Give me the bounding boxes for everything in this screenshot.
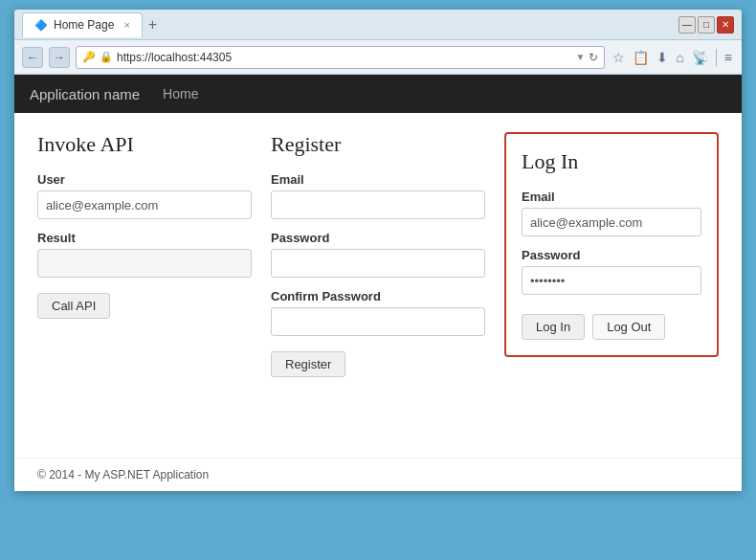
login-section: Log In Email Password Log In Log Out <box>504 132 719 357</box>
browser-tab[interactable]: 🔷 Home Page × <box>22 12 143 37</box>
url-dropdown-icon[interactable]: ▼ <box>575 52 585 62</box>
home-icon[interactable]: ⌂ <box>674 48 685 67</box>
close-button[interactable]: ✕ <box>717 16 734 34</box>
app-navbar: Application name Home <box>14 75 742 113</box>
page-content: Invoke API User Result Call API Register… <box>14 113 742 458</box>
clipboard-icon[interactable]: 📋 <box>631 48 651 67</box>
result-label: Result <box>37 231 252 245</box>
toolbar-separator <box>716 49 717 66</box>
user-label: User <box>37 172 252 187</box>
back-button[interactable]: ← <box>22 47 43 68</box>
login-button[interactable]: Log In <box>522 314 585 340</box>
page-footer: © 2014 - My ASP.NET Application <box>14 458 742 491</box>
url-text: https://localhost:44305 <box>117 51 571 64</box>
download-icon[interactable]: ⬇ <box>655 48 670 67</box>
menu-icon[interactable]: ≡ <box>723 48 734 67</box>
login-email-label: Email <box>522 190 701 204</box>
register-password-input[interactable] <box>271 249 485 278</box>
login-column: Log In Email Password Log In Log Out <box>504 132 719 377</box>
nav-home-link[interactable]: Home <box>163 86 198 101</box>
star-icon[interactable]: ☆ <box>611 48 627 67</box>
register-email-input[interactable] <box>271 190 485 219</box>
new-tab-button[interactable]: + <box>143 17 163 33</box>
url-bar[interactable]: 🔑 🔒 https://localhost:44305 ▼ ↻ <box>76 46 605 69</box>
invoke-api-title: Invoke API <box>37 132 252 157</box>
logout-button[interactable]: Log Out <box>592 314 665 340</box>
call-api-button[interactable]: Call API <box>37 293 110 319</box>
lock-icon: 🔑 <box>82 51 96 63</box>
login-title: Log In <box>522 149 701 174</box>
result-input <box>37 249 252 278</box>
invoke-api-section: Invoke API User Result Call API <box>37 132 271 377</box>
tab-icon: 🔷 <box>34 19 48 32</box>
footer-text: © 2014 - My ASP.NET Application <box>37 468 209 482</box>
app-brand: Application name <box>30 86 140 102</box>
register-button[interactable]: Register <box>271 351 345 377</box>
login-password-input[interactable] <box>522 266 701 295</box>
register-password-label: Password <box>271 231 485 245</box>
register-section: Register Email Password Confirm Password… <box>271 132 504 377</box>
register-title: Register <box>271 132 485 157</box>
login-password-label: Password <box>522 248 701 262</box>
confirm-password-input[interactable] <box>271 307 485 336</box>
confirm-password-label: Confirm Password <box>271 289 485 303</box>
tab-title: Home Page <box>54 18 114 32</box>
refresh-icon[interactable]: ↻ <box>589 51 598 64</box>
tab-close-btn[interactable]: × <box>123 19 129 31</box>
https-icon: 🔒 <box>100 51 113 63</box>
forward-button[interactable]: → <box>49 47 70 68</box>
minimize-button[interactable]: — <box>678 16 696 34</box>
login-email-input[interactable] <box>522 208 701 236</box>
feed-icon[interactable]: 📡 <box>690 48 710 67</box>
user-input[interactable] <box>37 190 252 219</box>
maximize-button[interactable]: □ <box>698 16 715 34</box>
register-email-label: Email <box>271 172 485 187</box>
